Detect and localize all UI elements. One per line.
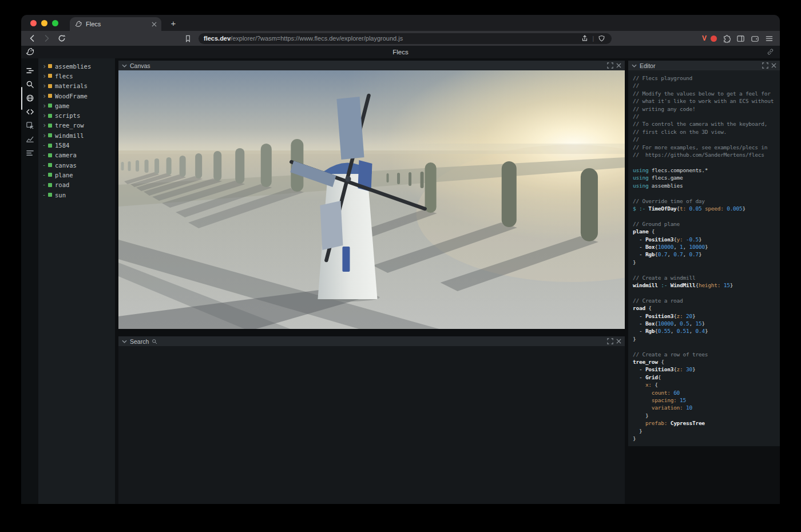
entity-color-square	[48, 163, 52, 167]
tree-item-flecs[interactable]: ›flecs	[38, 71, 115, 81]
tab-close-icon[interactable]	[152, 22, 157, 27]
flecs-explorer-page: Flecs	[21, 46, 780, 504]
close-icon[interactable]	[616, 63, 621, 68]
code-line	[633, 266, 780, 273]
expand-arrow-icon[interactable]: ›	[42, 133, 48, 138]
close-icon[interactable]	[616, 339, 621, 344]
close-window-button[interactable]	[30, 20, 37, 26]
share-icon[interactable]	[580, 33, 590, 43]
code-line: variation: 10	[633, 404, 780, 411]
share-link-icon[interactable]	[767, 48, 774, 55]
tree-item-camera[interactable]: -camera	[38, 150, 115, 160]
tree-item-label: tree_row	[55, 122, 84, 129]
new-tab-button[interactable]: +	[167, 17, 180, 29]
flecs-logo-icon[interactable]	[25, 47, 35, 57]
tree-item-scripts[interactable]: ›scripts	[38, 110, 115, 120]
entity-color-square	[48, 183, 52, 187]
tree-item-label: sun	[55, 192, 66, 198]
reload-icon[interactable]	[57, 33, 67, 43]
code-line: - Rgb{0.7, 0.7, 0.7}	[633, 251, 780, 258]
tree-item-WoodFrame[interactable]: ›WoodFrame	[38, 91, 115, 101]
zoom-window-button[interactable]	[52, 20, 58, 26]
tree-item-label: camera	[55, 152, 77, 158]
expand-arrow-icon[interactable]: ›	[42, 113, 48, 118]
tree-item-assemblies[interactable]: ›assemblies	[38, 61, 115, 71]
expand-arrow-icon[interactable]: ›	[42, 93, 48, 99]
expand-arrow-icon[interactable]: ›	[42, 73, 48, 79]
canvas-3d-view[interactable]	[118, 70, 625, 329]
close-icon[interactable]	[771, 63, 776, 68]
browser-tab[interactable]: Flecs	[70, 17, 161, 31]
code-line	[633, 343, 780, 350]
leaf-dash-icon: -	[42, 182, 48, 188]
tree-item-label: road	[55, 181, 69, 188]
sidebar-panel-icon[interactable]	[735, 33, 746, 43]
world-icon[interactable]	[23, 91, 37, 105]
entity-color-square	[48, 133, 52, 137]
scripts-code-icon[interactable]	[23, 105, 37, 118]
code-line: }	[633, 435, 780, 442]
code-line: //	[633, 136, 780, 143]
module-color-square	[48, 84, 52, 88]
fullscreen-icon[interactable]	[607, 62, 613, 69]
windmill-scene	[118, 70, 625, 329]
tree-item-road[interactable]: -road	[38, 180, 115, 190]
query-search-icon[interactable]	[23, 77, 37, 91]
tree-item-label: canvas	[55, 162, 77, 169]
tree-item-tree_row[interactable]: ›tree_row	[38, 121, 115, 130]
code-line	[633, 289, 780, 296]
chevron-down-icon[interactable]	[122, 339, 127, 344]
tree-item-game[interactable]: ›game	[38, 101, 115, 110]
tree-item-canvas[interactable]: -canvas	[38, 160, 115, 170]
expand-arrow-icon[interactable]: ›	[42, 103, 48, 109]
memory-bars-icon[interactable]	[23, 146, 37, 160]
inspector-icon[interactable]	[23, 118, 37, 132]
editor-panel-title: Editor	[640, 62, 655, 69]
tree-item-materials[interactable]: ›materials	[38, 81, 115, 91]
tree-item-1584[interactable]: -1584	[38, 140, 115, 150]
code-editor-content[interactable]: // Flecs playground//// Modify the value…	[628, 70, 780, 446]
code-line	[633, 158, 780, 166]
code-line: - Position3{z: 20}	[633, 312, 780, 320]
expand-arrow-icon[interactable]: ›	[42, 83, 48, 89]
back-icon[interactable]	[27, 33, 37, 43]
entity-color-square	[48, 173, 52, 177]
url-bar[interactable]: flecs.dev/explorer/?wasm=https://www.fle…	[199, 33, 612, 44]
menu-icon[interactable]	[764, 33, 774, 43]
entity-color-square	[48, 144, 52, 148]
entity-color-square	[48, 193, 52, 197]
tab-title: Flecs	[86, 21, 148, 27]
vpn-icon[interactable]: V	[702, 34, 707, 42]
tree-item-label: materials	[55, 82, 88, 89]
extension-red-icon[interactable]	[711, 35, 717, 42]
bookmarks-icon[interactable]	[183, 33, 193, 43]
wallet-icon[interactable]	[750, 33, 760, 43]
code-line	[633, 189, 780, 197]
search-magnifier-icon	[152, 339, 157, 344]
leaf-dash-icon: -	[42, 172, 48, 178]
minimize-window-button[interactable]	[41, 20, 47, 26]
chevron-down-icon[interactable]	[632, 63, 637, 68]
code-line: plane {	[633, 228, 780, 235]
code-line: - Rgb{0.55, 0.51, 0.4}	[633, 327, 780, 335]
search-panel: Search	[118, 336, 625, 504]
expand-arrow-icon[interactable]: ›	[42, 122, 48, 128]
chevron-down-icon[interactable]	[122, 63, 127, 68]
code-line: }	[633, 259, 780, 266]
brave-shield-icon[interactable]	[596, 33, 606, 43]
tree-item-sun[interactable]: -sun	[38, 190, 115, 200]
entities-tree-icon[interactable]	[23, 63, 37, 77]
search-results-area[interactable]	[118, 346, 625, 504]
forward-icon[interactable]	[42, 33, 52, 43]
stats-chart-icon[interactable]	[23, 132, 37, 146]
extensions-puzzle-icon[interactable]	[721, 33, 731, 43]
code-line: // Override time of day	[633, 197, 780, 205]
tree-item-windmill[interactable]: ›windmill	[38, 130, 115, 140]
expand-arrow-icon[interactable]: ›	[42, 63, 48, 69]
fullscreen-icon[interactable]	[607, 338, 613, 344]
tree-item-label: windmill	[55, 132, 84, 139]
code-line: // first click on the 3D view.	[633, 128, 780, 136]
tree-item-plane[interactable]: -plane	[38, 170, 115, 180]
fullscreen-icon[interactable]	[762, 62, 768, 69]
editor-panel-header: Editor	[628, 61, 780, 70]
